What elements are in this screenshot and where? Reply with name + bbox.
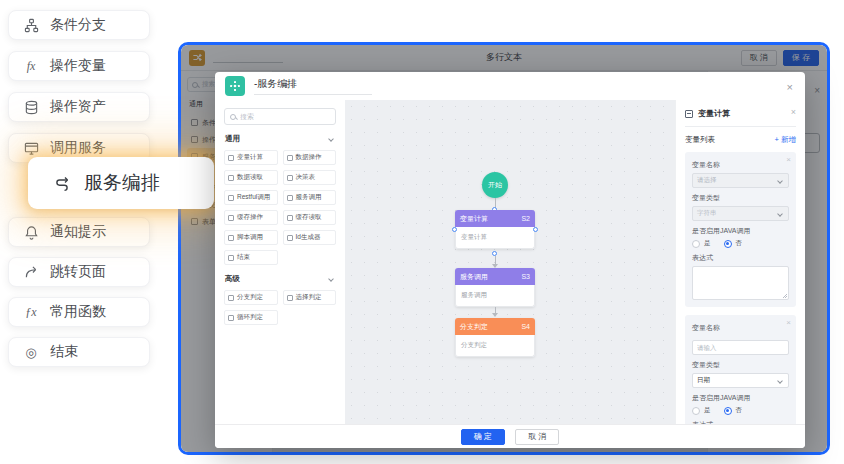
radio-label: 是 [704, 239, 711, 248]
select-value: 字符串 [697, 209, 717, 218]
sidebar-item-label: 调用服务 [50, 139, 106, 157]
palette-node[interactable]: 数据读取 [224, 170, 278, 185]
function-icon: ƒx [23, 304, 39, 320]
palette-node[interactable]: 脚本调用 [224, 230, 278, 245]
general-node-grid: 变量计算 数据操作 数据读取 决策表 Restful调用 服务调用 缓存操作 缓… [224, 150, 336, 265]
radio-yes[interactable]: 是 [692, 406, 711, 415]
node-body: 服务调用 [455, 285, 535, 307]
sidebar-item-label: 结束 [50, 343, 78, 361]
palette-node[interactable]: 服务调用 [283, 190, 337, 205]
select-value: 请选择 [697, 176, 717, 185]
flow-node-variable-calc[interactable]: 变量计算 S2 变量计算 [455, 210, 535, 249]
flow-node-branch-judge[interactable]: 分支判定 S4 分支判定 [455, 318, 535, 357]
close-icon[interactable]: × [791, 108, 796, 117]
field-label: 变量名称 [692, 323, 789, 333]
palette-node[interactable]: 变量计算 [224, 150, 278, 165]
flow-node-service-call[interactable]: 服务调用 S3 服务调用 [455, 268, 535, 307]
jump-arrow-icon [23, 264, 39, 280]
sidebar-item-condition-branch[interactable]: 条件分支 [8, 10, 150, 40]
palette-node-label: Id生成器 [296, 233, 321, 242]
sidebar-item-service-orchestration[interactable]: 服务编排 [28, 157, 214, 209]
palette-node[interactable]: 缓存读取 [283, 210, 337, 225]
sidebar-item-label: 服务编排 [84, 170, 160, 196]
palette-node[interactable]: 分支判定 [224, 290, 278, 305]
node-icon [287, 235, 293, 241]
close-icon[interactable]: × [786, 319, 791, 327]
radio-no[interactable]: 否 [724, 406, 743, 415]
bell-icon [23, 224, 39, 240]
palette-node[interactable]: 缓存操作 [224, 210, 278, 225]
expression-textarea[interactable] [692, 266, 789, 300]
palette-node[interactable]: 循环判定 [224, 310, 278, 325]
sidebar-item-operate-variable[interactable]: fx 操作变量 [8, 51, 150, 81]
select-value: 日期 [697, 376, 710, 385]
search-icon [230, 114, 236, 120]
flow-canvas: 开始 变量计算 S2 变量计算 服务调用 S3 服务调用 分支判定 [345, 100, 675, 424]
node-icon [287, 195, 293, 201]
arrow-down-icon [492, 313, 498, 317]
variable-name-input[interactable] [692, 340, 789, 355]
modal-title-input[interactable]: -服务编排 [254, 77, 372, 95]
radio-label: 是 [704, 406, 711, 415]
palette-node-label: 脚本调用 [237, 233, 263, 242]
node-title: 服务调用 [460, 272, 488, 282]
section-general[interactable]: 通用 [225, 134, 335, 144]
palette-node[interactable]: Restful调用 [224, 190, 278, 205]
sidebar-item-label: 操作资产 [50, 98, 106, 116]
node-icon [287, 155, 293, 161]
close-icon[interactable]: × [786, 156, 791, 164]
radio-yes[interactable]: 是 [692, 239, 711, 248]
sidebar-item-operate-asset[interactable]: 操作资产 [8, 92, 150, 122]
palette-node[interactable]: 数据操作 [283, 150, 337, 165]
field-label: 是否启用JAVA调用 [692, 226, 789, 236]
field-label: 变量名称 [692, 160, 789, 170]
modal-footer: 确 定 取 消 [215, 424, 805, 448]
palette-node-label: Restful调用 [237, 193, 270, 202]
node-icon [228, 195, 234, 201]
selection-handle[interactable] [533, 227, 538, 232]
add-variable-link[interactable]: + 新增 [775, 135, 796, 145]
field-label: 是否启用JAVA调用 [692, 393, 789, 403]
inspector-header: 变量计算 × [685, 108, 796, 127]
palette-node[interactable]: Id生成器 [283, 230, 337, 245]
node-header: 变量计算 S2 [455, 210, 535, 227]
section-general-label: 通用 [225, 134, 240, 144]
palette-node-label: 数据读取 [237, 173, 263, 182]
sidebar-item-label: 通知提示 [50, 223, 106, 241]
start-node[interactable]: 开始 [482, 172, 508, 198]
section-advanced[interactable]: 高级 [225, 274, 335, 284]
node-body: 分支判定 [455, 335, 535, 357]
radio-no[interactable]: 否 [724, 239, 743, 248]
sidebar-item-common-functions[interactable]: ƒx 常用函数 [8, 297, 150, 327]
variable-type-select[interactable]: 日期 [692, 373, 789, 388]
palette-node-label: 数据操作 [296, 153, 322, 162]
sidebar-item-label: 条件分支 [50, 16, 106, 34]
node-icon [228, 315, 234, 321]
variable-card: × 变量名称 变量类型 日期 是否启用JAVA调用 是 否 表达式 [685, 315, 796, 424]
sidebar-item-notification[interactable]: 通知提示 [8, 217, 150, 247]
palette-node[interactable]: 决策表 [283, 170, 337, 185]
palette-node[interactable]: 选择判定 [283, 290, 337, 305]
sidebar-item-end[interactable]: ◎ 结束 [8, 337, 150, 367]
confirm-button[interactable]: 确 定 [461, 429, 505, 445]
node-badge: S3 [521, 273, 530, 280]
palette-search[interactable] [224, 108, 336, 125]
database-icon [23, 99, 39, 115]
selection-handle[interactable] [452, 227, 457, 232]
variable-type-select[interactable]: 字符串 [692, 206, 789, 221]
palette-node-label: 分支判定 [237, 293, 263, 302]
modal-cancel-button[interactable]: 取 消 [515, 429, 559, 445]
sidebar-item-label: 操作变量 [50, 57, 106, 75]
node-icon [228, 215, 234, 221]
node-badge: S2 [521, 215, 530, 222]
chevron-down-icon [777, 211, 783, 217]
orchestration-logo-icon [225, 76, 245, 96]
palette-node[interactable]: 结束 [224, 250, 278, 265]
node-body: 变量计算 [455, 227, 535, 249]
palette-search-input[interactable] [240, 113, 330, 120]
close-icon[interactable]: × [787, 82, 793, 93]
palette-node-label: 决策表 [296, 173, 316, 182]
variable-name-select[interactable]: 请选择 [692, 173, 789, 188]
fx-icon: fx [23, 58, 39, 74]
sidebar-item-jump-page[interactable]: 跳转页面 [8, 257, 150, 287]
